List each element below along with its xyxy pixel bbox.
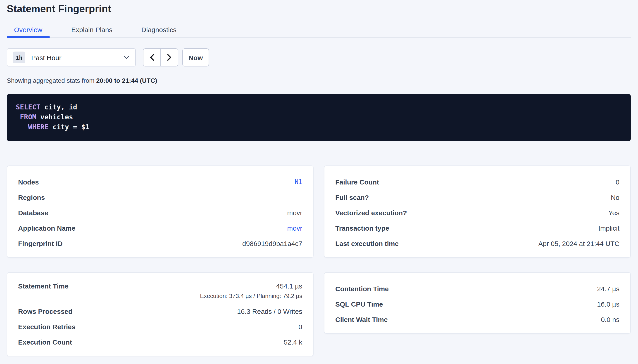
tab-diagnostics-label: Diagnostics (141, 26, 177, 34)
tab-overview-label: Overview (14, 26, 42, 34)
row-transaction-type: Transaction type Implicit (335, 220, 619, 236)
aggregated-stats-range: 20:00 to 21:44 (UTC) (96, 77, 157, 84)
time-toolbar: 1h Past Hour Now (7, 48, 631, 66)
fingerprint-details-card: Nodes N1 Regions Database movr Applicati… (7, 166, 314, 258)
row-label: Rows Processed (18, 307, 72, 315)
row-vectorized-execution: Vectorized execution? Yes (335, 205, 619, 220)
time-step-forward-button[interactable] (161, 49, 178, 66)
row-label: Failure Count (335, 178, 379, 186)
row-statement-time: Statement Time 454.1 µs Execution: 373.4… (18, 281, 302, 301)
application-name-link[interactable]: movr (287, 224, 302, 232)
tab-explain-plans[interactable]: Explain Plans (64, 23, 120, 37)
statement-time-values: 454.1 µs Execution: 373.4 µs / Planning:… (200, 281, 302, 301)
nodes-link[interactable]: N1 (295, 178, 302, 186)
sql-keyword: WHERE (28, 123, 49, 131)
row-value: 454.1 µs (200, 281, 302, 292)
row-label: Nodes (18, 178, 39, 186)
row-label: SQL CPU Time (335, 300, 383, 308)
row-label: Execution Retries (18, 323, 75, 330)
chevron-down-icon (124, 56, 129, 59)
row-regions: Regions (18, 190, 302, 205)
time-range-badge: 1h (13, 52, 25, 63)
row-label: Vectorized execution? (335, 209, 407, 216)
tab-bar: Overview Explain Plans Diagnostics (7, 23, 631, 38)
row-value: movr (287, 209, 302, 216)
row-failure-count: Failure Count 0 (335, 174, 619, 190)
row-label: Full scan? (335, 193, 369, 201)
row-application-name: Application Name movr (18, 220, 302, 236)
row-label: Contention Time (335, 285, 389, 292)
chevron-right-icon (167, 54, 172, 61)
row-label: Last execution time (335, 240, 399, 247)
row-database: Database movr (18, 205, 302, 220)
row-label: Client Wait Time (335, 316, 388, 323)
aggregated-stats-prefix: Showing aggregated stats from (7, 77, 96, 84)
row-value: Implicit (598, 224, 619, 232)
time-range-select[interactable]: 1h Past Hour (7, 48, 136, 66)
row-fingerprint-id: Fingerprint ID d986919d9ba1a4c7 (18, 236, 302, 251)
row-contention-time: Contention Time 24.7 µs (335, 281, 619, 296)
time-step-back-button[interactable] (144, 49, 161, 66)
row-value: 0 (298, 323, 302, 330)
tab-overview[interactable]: Overview (7, 23, 50, 37)
statement-time-card: Statement Time 454.1 µs Execution: 373.4… (7, 272, 314, 356)
sql-line: WHERE city = $1 (16, 122, 622, 132)
row-label: Execution Count (18, 338, 72, 346)
row-label: Statement Time (18, 281, 69, 292)
row-rows-processed: Rows Processed 16.3 Reads / 0 Writes (18, 304, 302, 319)
execution-attributes-card: Failure Count 0 Full scan? No Vectorized… (324, 166, 631, 258)
row-value: 24.7 µs (597, 285, 619, 292)
row-label: Regions (18, 193, 45, 201)
sql-line: SELECT city, id (16, 102, 622, 112)
sql-keyword: SELECT (16, 103, 40, 111)
chevron-left-icon (149, 54, 154, 61)
statement-fingerprint-page: Statement Fingerprint Overview Explain P… (0, 3, 638, 364)
time-range-label: Past Hour (31, 54, 61, 61)
row-execution-retries: Execution Retries 0 (18, 319, 302, 334)
row-sql-cpu-time: SQL CPU Time 16.0 µs (335, 296, 619, 312)
row-value: 0 (615, 178, 619, 186)
row-value: 52.4 k (284, 338, 302, 346)
sql-line: FROM vehicles (16, 112, 622, 122)
now-button[interactable]: Now (182, 48, 209, 66)
row-label: Application Name (18, 224, 75, 232)
row-value: Yes (608, 209, 619, 216)
sql-statement-box: SELECT city, id FROM vehicles WHERE city… (7, 94, 631, 141)
page-title: Statement Fingerprint (7, 3, 631, 15)
row-label: Transaction type (335, 224, 389, 232)
row-full-scan: Full scan? No (335, 190, 619, 205)
tab-diagnostics[interactable]: Diagnostics (134, 23, 184, 37)
row-value: 0.0 ns (601, 316, 619, 323)
row-last-execution-time: Last execution time Apr 05, 2024 at 21:4… (335, 236, 619, 251)
row-value: No (611, 193, 619, 201)
row-value: 16.3 Reads / 0 Writes (237, 307, 302, 315)
row-value: 16.0 µs (597, 300, 619, 308)
row-label: Fingerprint ID (18, 240, 63, 247)
row-value: d986919d9ba1a4c7 (242, 240, 302, 247)
statement-time-breakdown: Execution: 373.4 µs / Planning: 79.2 µs (200, 292, 302, 301)
row-nodes: Nodes N1 (18, 174, 302, 190)
top-cards-row: Nodes N1 Regions Database movr Applicati… (7, 166, 631, 258)
aggregated-stats-text: Showing aggregated stats from 20:00 to 2… (7, 76, 631, 85)
row-client-wait-time: Client Wait Time 0.0 ns (335, 312, 619, 327)
row-label: Database (18, 209, 48, 216)
tab-explain-plans-label: Explain Plans (71, 26, 113, 34)
row-execution-count: Execution Count 52.4 k (18, 334, 302, 350)
wait-time-card: Contention Time 24.7 µs SQL CPU Time 16.… (324, 272, 631, 334)
time-step-buttons (143, 48, 178, 66)
row-value: Apr 05, 2024 at 21:44 UTC (538, 240, 619, 247)
bottom-cards-row: Statement Time 454.1 µs Execution: 373.4… (7, 272, 631, 356)
sql-keyword: FROM (20, 113, 36, 121)
